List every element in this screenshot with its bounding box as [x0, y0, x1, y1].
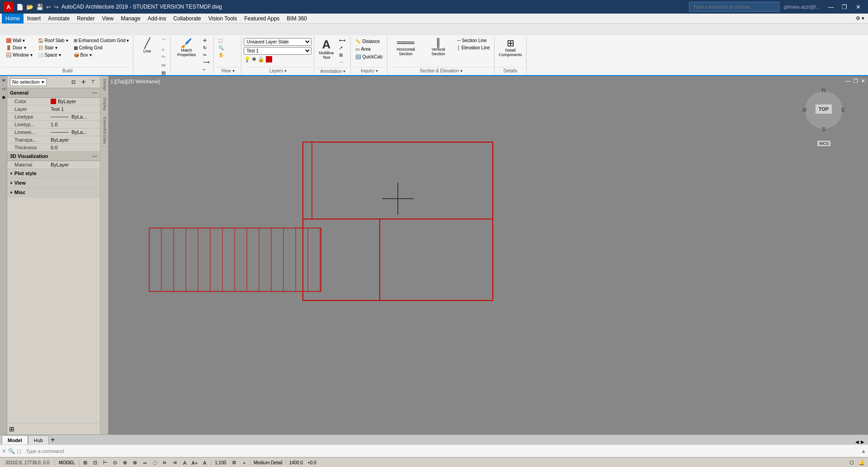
- pan-btn[interactable]: ✋: [216, 52, 226, 58]
- panel-pin-icon[interactable]: ⊣: [1, 86, 5, 91]
- match-properties-button[interactable]: 🖌️ MatchProperties: [173, 37, 200, 58]
- menu-collaborate[interactable]: Collaborate: [170, 14, 204, 24]
- command-close-icon[interactable]: ✕: [2, 448, 6, 454]
- misc-row[interactable]: + Misc: [7, 188, 100, 197]
- general-section-header[interactable]: General —: [7, 88, 100, 98]
- command-arrow-icon[interactable]: ▲: [861, 448, 866, 454]
- workspace-dropdown[interactable]: ⚙ ▾: [854, 15, 866, 21]
- canvas-close-icon[interactable]: ✕: [861, 78, 865, 84]
- menu-home[interactable]: Home: [2, 14, 24, 24]
- enhanced-grid-button[interactable]: ⊞ Enhanced Custom Grid ▾: [71, 37, 132, 44]
- select-icon[interactable]: ✛: [79, 78, 87, 86]
- display-tab[interactable]: Display: [100, 95, 108, 114]
- ceiling-grid-button[interactable]: ▦ Ceiling Grid: [71, 44, 132, 51]
- canvas-container[interactable]: [-][Top][2D Wireframe] — ❐ ✕: [108, 76, 868, 434]
- extended-data-tab[interactable]: Extended Data: [100, 114, 108, 147]
- annotation-monitor-icon[interactable]: A: [180, 459, 189, 467]
- plot-style-row[interactable]: + Plot style: [7, 169, 100, 178]
- annotation-scale-icon[interactable]: A+: [190, 459, 199, 467]
- maximize-button[interactable]: ❐: [838, 2, 851, 12]
- area-button[interactable]: ▭ Area: [353, 46, 373, 52]
- rectangle-button[interactable]: ▭: [159, 62, 168, 68]
- tab-left-icon[interactable]: ◀: [855, 439, 859, 444]
- polar-icon[interactable]: ⊙: [111, 459, 120, 467]
- line-button[interactable]: ╱ Line: [136, 37, 158, 55]
- window-button[interactable]: 🪟 Window ▾: [4, 52, 35, 58]
- snap-icon[interactable]: ⊡: [91, 459, 100, 467]
- table-btn[interactable]: ⊞: [337, 52, 348, 58]
- model-tab[interactable]: Model: [2, 435, 28, 444]
- detail-components-button[interactable]: ⊞ DetailComponents: [497, 37, 524, 58]
- new-icon[interactable]: 📄: [16, 4, 24, 10]
- notification-icon[interactable]: 🔔: [857, 459, 866, 467]
- layer-freeze-icon[interactable]: ❄: [252, 56, 256, 62]
- viewport-btn[interactable]: ⬚: [216, 37, 226, 44]
- distance-button[interactable]: 📏 Distance: [353, 38, 382, 45]
- menu-insert[interactable]: Insert: [24, 14, 44, 24]
- layer-on-icon[interactable]: 💡: [244, 56, 250, 62]
- close-button[interactable]: ✕: [852, 2, 864, 12]
- quickcalc-button[interactable]: 🔢 QuickCalc: [353, 53, 385, 60]
- layer-color-swatch[interactable]: [266, 56, 272, 62]
- selection-dropdown[interactable]: No selection ▾: [10, 78, 47, 86]
- roof-slab-button[interactable]: 🏠 Roof Slab ▾: [36, 37, 71, 44]
- door-button[interactable]: 🚪 Door ▾: [4, 44, 35, 51]
- tab-right-icon[interactable]: ▶: [861, 439, 864, 444]
- arc-button[interactable]: ◠: [159, 54, 168, 61]
- hatch-button[interactable]: ▤: [159, 69, 168, 76]
- canvas-minimize-icon[interactable]: —: [845, 78, 850, 84]
- trim-button[interactable]: ✂: [201, 52, 212, 58]
- drawing-canvas[interactable]: [108, 76, 868, 434]
- wall-button[interactable]: 🧱 Wall ▾: [4, 37, 35, 44]
- selection-icon[interactable]: ⊳: [160, 459, 170, 467]
- vertical-section-button[interactable]: ║ VerticalSection: [422, 37, 454, 57]
- extend-button[interactable]: ⟶: [201, 59, 212, 66]
- undo-icon[interactable]: ↩: [46, 4, 51, 10]
- transparency-icon[interactable]: ◌: [151, 459, 160, 467]
- grid-icon[interactable]: ⊞: [81, 459, 90, 467]
- menu-vision-tools[interactable]: Vision Tools: [205, 14, 241, 24]
- rotate-button[interactable]: ↻: [201, 44, 212, 51]
- command-input[interactable]: [23, 448, 859, 455]
- polyline-button[interactable]: ⌒: [159, 37, 168, 45]
- quick-select-icon[interactable]: ⊡: [69, 78, 77, 86]
- ortho-icon[interactable]: ⊢: [101, 459, 110, 467]
- osnap-icon[interactable]: ⊕: [121, 459, 130, 467]
- layer-dropdown[interactable]: Test 1: [244, 47, 311, 55]
- multiline-text-button[interactable]: A MultilineText: [316, 37, 336, 61]
- section-line-button[interactable]: ─ Section Line: [455, 37, 492, 44]
- menu-annotate[interactable]: Annotate: [44, 14, 73, 24]
- gizmo-icon[interactable]: ⊲: [170, 459, 179, 467]
- hub-tab[interactable]: Hub: [28, 435, 49, 444]
- fillet-button[interactable]: ⌐: [201, 66, 212, 73]
- save-icon[interactable]: 💾: [36, 4, 43, 10]
- view-row[interactable]: + View: [7, 178, 100, 188]
- menu-render[interactable]: Render: [73, 14, 98, 24]
- elevation-line-button[interactable]: │ Elevation Line: [455, 44, 492, 51]
- menu-manage[interactable]: Manage: [117, 14, 144, 24]
- box-button[interactable]: 📦 Box ▾: [71, 52, 132, 58]
- move-button[interactable]: ✛: [201, 37, 212, 44]
- open-icon[interactable]: 📂: [26, 4, 33, 10]
- layer-state-dropdown[interactable]: Unsaved Layer State: [244, 38, 311, 46]
- canvas-restore-icon[interactable]: ❐: [853, 78, 858, 84]
- design-tab[interactable]: Design: [100, 76, 108, 95]
- add-icon[interactable]: +: [240, 459, 249, 467]
- zoom-btn[interactable]: 🔍: [216, 44, 226, 51]
- lineweight-icon[interactable]: ═: [141, 459, 150, 467]
- minimize-button[interactable]: —: [825, 2, 837, 12]
- settings-icon[interactable]: ⚙: [230, 459, 239, 467]
- panel-collapse-icon[interactable]: ✕: [2, 78, 5, 83]
- horizontal-section-button[interactable]: ═══ HorizontalSection: [390, 37, 421, 57]
- leader-btn[interactable]: ↗: [337, 44, 348, 51]
- search-input[interactable]: [689, 2, 779, 12]
- menu-addins[interactable]: Add-ins: [144, 14, 170, 24]
- panel-settings-icon[interactable]: ✱: [2, 95, 5, 100]
- otrack-icon[interactable]: ⊗: [131, 459, 140, 467]
- stair-button[interactable]: 🪜 Stair ▾: [36, 44, 71, 51]
- command-expand-icon[interactable]: 🔍: [8, 448, 15, 454]
- menu-featured-apps[interactable]: Featured Apps: [241, 14, 283, 24]
- toggle-icon[interactable]: ⊤: [89, 78, 97, 86]
- isolate-icon[interactable]: A: [200, 459, 209, 467]
- add-tab-button[interactable]: +: [49, 435, 57, 444]
